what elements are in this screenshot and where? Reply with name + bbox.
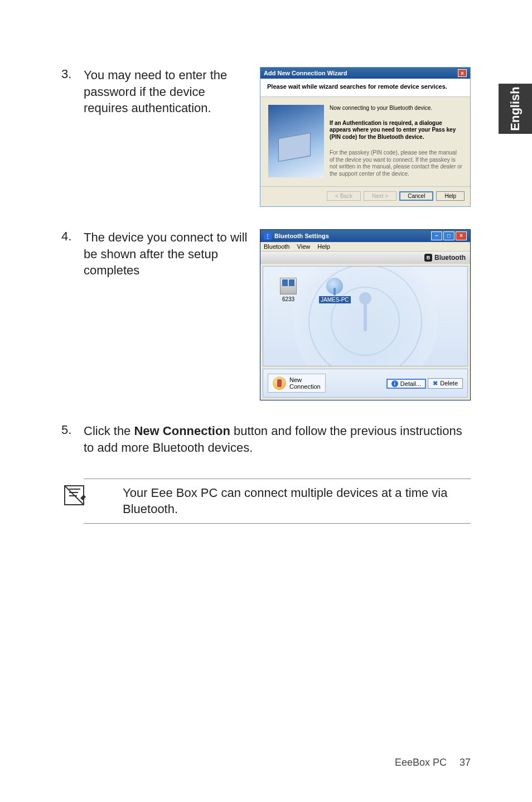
help-button[interactable]: Help	[436, 191, 465, 201]
minimize-icon[interactable]: –	[431, 231, 442, 240]
computer-icon	[326, 278, 343, 294]
step-4: 4. The device you connect to will be sho…	[61, 229, 471, 400]
step-text: You may need to enter the password if th…	[84, 67, 249, 117]
detail-button[interactable]: i Detail...	[386, 379, 426, 389]
note-text: Your Eee Box PC can connect multiple dev…	[123, 486, 448, 516]
step-3: 3. You may need to enter the password if…	[61, 67, 471, 207]
step-number: 5.	[61, 423, 84, 456]
page-footer: EeeBox PC 37	[395, 757, 471, 769]
menu-bluetooth[interactable]: Bluetooth	[264, 243, 289, 250]
note-block: Your Eee Box PC can connect multiple dev…	[61, 479, 471, 524]
wizard-header: Please wait while wizard searches for re…	[267, 83, 447, 90]
bts-titlebar: ⋮ Bluetooth Settings – □ ×	[260, 230, 470, 242]
delete-button[interactable]: ✖ Delete	[428, 378, 463, 389]
next-button: Next >	[364, 191, 396, 201]
step-text: The device you connect to will be shown …	[84, 229, 249, 279]
maximize-icon[interactable]: □	[443, 231, 454, 240]
menu-view[interactable]: View	[297, 243, 311, 250]
back-button: < Back	[327, 191, 361, 201]
newconn-line1: New	[289, 376, 302, 383]
device-label: 6233	[280, 296, 297, 302]
delete-icon: ✖	[433, 380, 438, 387]
wizard-titlebar: Add New Connection Wizard ×	[260, 67, 470, 79]
wizard-buttons: < Back Next > Cancel Help	[260, 186, 470, 206]
wizard-auth-text: If an Authentication is required, a dial…	[330, 120, 462, 141]
step-text: Click the New Connection button and foll…	[84, 423, 471, 456]
step-number: 4.	[61, 229, 84, 400]
bts-menubar: Bluetooth View Help	[260, 242, 470, 252]
cancel-button[interactable]: Cancel	[399, 191, 433, 201]
close-icon[interactable]: ×	[456, 231, 467, 240]
bts-device-area: 6233 JAMES-PC	[263, 266, 468, 366]
bts-brandbar: B Bluetooth	[260, 252, 470, 264]
footer-page: 37	[460, 757, 471, 768]
bts-title: Bluetooth Settings	[274, 233, 329, 239]
wizard-status: Now connecting to your Bluetooth device.	[330, 105, 462, 112]
footer-product: EeeBox PC	[395, 757, 447, 768]
info-icon: i	[391, 380, 398, 387]
newconn-line2: Connection	[289, 383, 321, 390]
device-6233[interactable]: 6233	[280, 278, 297, 302]
bluetooth-icon: ⋮	[264, 232, 272, 240]
wizard-illustration	[268, 105, 324, 177]
new-connection-icon	[273, 376, 286, 390]
wizard-title: Add New Connection Wizard	[264, 70, 347, 76]
wizard-fineprint: For the passkey (PIN code), please see t…	[330, 149, 462, 177]
bluetooth-logo-icon: B	[424, 254, 432, 262]
device-james-pc[interactable]: JAMES-PC	[319, 278, 351, 303]
menu-help[interactable]: Help	[317, 243, 330, 250]
bluetooth-settings-screenshot: ⋮ Bluetooth Settings – □ × Bluetooth Vie…	[260, 229, 471, 400]
close-icon[interactable]: ×	[458, 69, 467, 77]
radar-graphic	[293, 266, 438, 366]
step-5: 5. Click the New Connection button and f…	[61, 423, 471, 456]
phone-icon	[280, 278, 297, 294]
wizard-screenshot: Add New Connection Wizard × Please wait …	[260, 67, 471, 207]
note-icon	[61, 482, 87, 508]
device-label: JAMES-PC	[319, 296, 351, 303]
step-number: 3.	[61, 67, 84, 207]
new-connection-button[interactable]: New Connection	[268, 374, 326, 393]
